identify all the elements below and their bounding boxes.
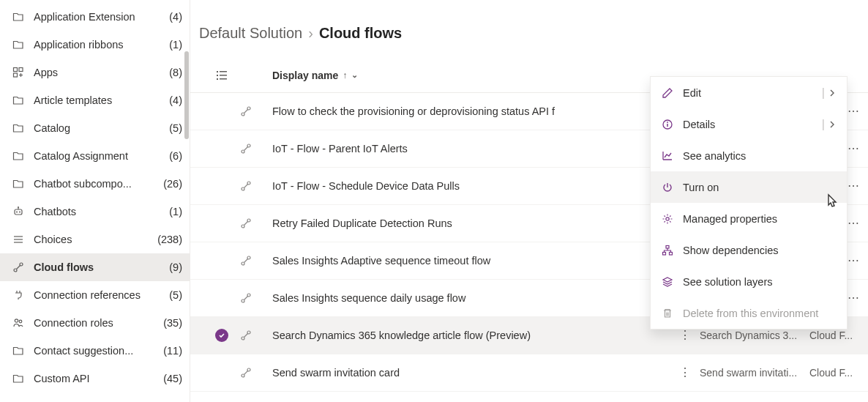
menu-label: Delete from this environment: [683, 308, 837, 319]
power-icon: [661, 181, 674, 194]
chevron-right-icon: [828, 89, 837, 97]
sidebar-item-catalog-assignment[interactable]: Catalog Assignment(6): [0, 142, 190, 170]
svg-point-15: [15, 319, 18, 322]
flow-icon: [240, 255, 272, 267]
table-row[interactable]: Send swarm invitation card⋮Send swarm in…: [190, 354, 868, 392]
analytics-icon: [661, 149, 674, 163]
nav-count: (1): [169, 39, 182, 51]
deps-icon: [661, 244, 674, 257]
svg-rect-43: [666, 245, 669, 248]
sidebar-item-chatbot-subcompo-[interactable]: Chatbot subcompo...(26): [0, 170, 190, 198]
sidebar-item-article-templates[interactable]: Article templates(4): [0, 86, 190, 114]
menu-label: Show dependencies: [683, 245, 837, 256]
sidebar-item-cloud-flows[interactable]: Cloud flows(9): [0, 253, 190, 281]
svg-rect-21: [217, 78, 218, 80]
nav-count: (11): [163, 345, 182, 357]
nav-label: Contact suggestion...: [34, 345, 151, 357]
svg-point-23: [242, 113, 244, 116]
context-menu: Edit|Details|See analyticsTurn onManaged…: [650, 76, 848, 330]
row-type-col: Cloud F...: [809, 330, 868, 341]
sidebar-item-apps[interactable]: Apps(8): [0, 59, 190, 86]
nav-label: Catalog Assignment: [34, 150, 157, 162]
svg-point-33: [242, 299, 244, 302]
people-icon: [12, 316, 25, 330]
flow-icon: [12, 261, 25, 274]
nav-count: (5): [169, 122, 182, 134]
flow-icon: [240, 330, 272, 341]
svg-point-29: [242, 225, 244, 228]
sidebar-item-catalog[interactable]: Catalog(5): [0, 114, 190, 142]
chevron-right-icon: ›: [308, 25, 313, 42]
vertical-dots-icon: ⋮: [679, 332, 692, 338]
nav-count: (9): [169, 261, 182, 273]
flow-icon: [240, 105, 272, 117]
row-checkbox[interactable]: [203, 329, 240, 342]
svg-rect-17: [217, 71, 218, 72]
flow-icon: [240, 367, 272, 379]
svg-point-26: [247, 144, 250, 147]
menu-item-show-dependencies[interactable]: Show dependencies: [651, 234, 847, 266]
svg-rect-1: [19, 68, 23, 72]
row-name-col: Search Dynamics 3...: [700, 330, 809, 341]
menu-label: Turn on: [683, 182, 837, 193]
folder-icon: [12, 177, 25, 190]
checkmark-icon[interactable]: [215, 329, 228, 342]
row-display-name[interactable]: Search Dynamics 365 knowledge article fl…: [272, 330, 670, 341]
svg-point-24: [247, 107, 250, 110]
menu-item-edit[interactable]: Edit|: [651, 77, 847, 108]
sidebar-item-application-ribbons[interactable]: Application ribbons(1): [0, 31, 190, 59]
nav-count: (8): [169, 67, 182, 78]
menu-item-see-solution-layers[interactable]: See solution layers: [651, 266, 847, 297]
delete-icon: [661, 307, 674, 320]
svg-rect-5: [15, 209, 22, 215]
menu-item-details[interactable]: Details|: [651, 108, 847, 140]
menu-label: See solution layers: [683, 276, 837, 288]
folder-icon: [12, 122, 25, 135]
svg-point-41: [667, 122, 668, 123]
svg-rect-19: [217, 75, 218, 76]
sidebar-item-choices[interactable]: Choices(238): [0, 226, 190, 253]
nav-count: (4): [169, 11, 182, 23]
sidebar-item-custom-api[interactable]: Custom API(45): [0, 365, 190, 392]
column-label: Display name: [272, 70, 338, 81]
svg-point-36: [247, 331, 250, 334]
svg-point-14: [20, 263, 23, 266]
sidebar-item-connection-references[interactable]: Connection references(5): [0, 281, 190, 309]
horizontal-dots-icon: ⋯: [848, 108, 860, 114]
nav-label: Connection references: [34, 289, 157, 301]
sidebar-item-chatbots[interactable]: Chatbots(1): [0, 198, 190, 226]
sidebar-item-connection-roles[interactable]: Connection roles(35): [0, 309, 190, 337]
nav-count: (1): [169, 206, 182, 217]
svg-point-37: [242, 374, 244, 377]
apps-icon: [12, 66, 25, 79]
menu-item-see-analytics[interactable]: See analytics: [651, 140, 847, 171]
select-all-column[interactable]: [203, 70, 240, 81]
breadcrumb-root[interactable]: Default Solution: [199, 25, 302, 42]
sidebar-item-application-extension[interactable]: Application Extension(4): [0, 3, 190, 31]
breadcrumb-current: Cloud flows: [319, 25, 402, 42]
nav-label: Apps: [34, 67, 157, 78]
breadcrumb: Default Solution › Cloud flows: [190, 0, 868, 58]
menu-label: Managed properties: [683, 213, 837, 225]
menu-item-managed-properties[interactable]: Managed properties: [651, 203, 847, 234]
chevron-down-icon: ⌄: [351, 70, 358, 80]
sidebar-item-contact-suggestion-[interactable]: Contact suggestion...(11): [0, 337, 190, 365]
svg-point-13: [14, 269, 17, 272]
nav-count: (26): [163, 178, 182, 190]
scrollbar-thumb[interactable]: [184, 51, 189, 139]
row-display-name[interactable]: Send swarm invitation card: [272, 367, 670, 379]
folder-icon: [12, 149, 25, 163]
svg-rect-20: [220, 75, 227, 76]
menu-item-turn-on[interactable]: Turn on: [651, 171, 847, 203]
svg-point-31: [242, 262, 244, 265]
layers-icon: [661, 275, 674, 289]
folder-icon: [12, 94, 25, 107]
vertical-dots-icon: ⋮: [679, 370, 692, 376]
more-actions-button[interactable]: ⋮: [670, 332, 700, 338]
more-actions-button[interactable]: ⋮: [670, 370, 700, 376]
nav-label: Custom API: [34, 373, 151, 384]
nav-count: (4): [169, 94, 182, 106]
menu-label: Details: [683, 119, 813, 130]
gear-icon: [661, 212, 674, 226]
svg-point-6: [16, 212, 18, 213]
